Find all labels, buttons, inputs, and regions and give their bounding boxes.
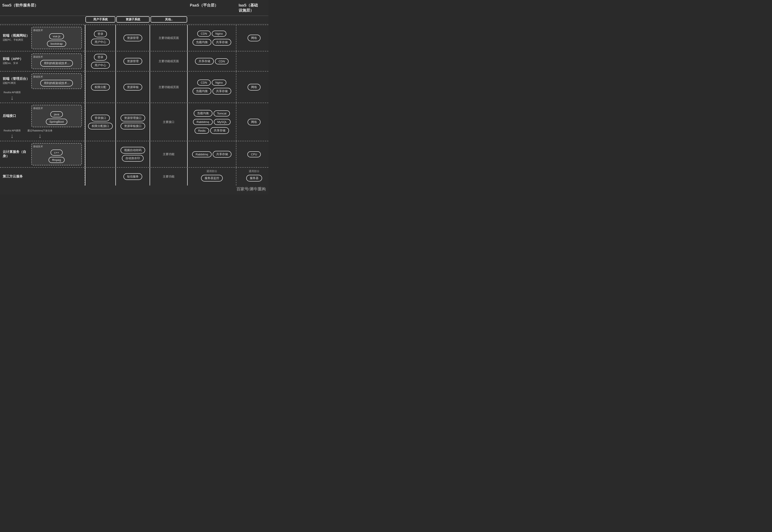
api-label-restful: Restful API调用 [4,91,21,94]
pill-cpu: CPU [247,151,260,157]
other-cell-frontend-video: 主要功能或页面 [150,25,188,51]
pill-network-3: 网络 [247,84,260,91]
pill-cdn-2: CDN [215,58,228,64]
paas-header: PaaS（平台层） [188,2,236,14]
col-sub-headers: 用户子系统 资源子系统 其他.. [0,16,268,24]
row-title-frontend-video: 前端（视频网站） [3,34,30,38]
row-frontend-admin: 前端（管理后台） 适配PC网页 基础技术 用到的框架或技术... Restful… [0,71,268,103]
pill-watermark: 自动加水印 [122,155,144,162]
other-text-1: 主要功能或页面 [158,36,179,40]
other-cell-cloud-compute: 主要功能 [150,141,188,167]
pill-ffmpeg: ffmpeg [49,157,65,163]
row-title-frontend-app: 前端（APP） [3,57,30,61]
other-text-5: 主要功能 [163,152,174,156]
pill-resource-mgmt-api: 资源管理接口 [120,115,145,121]
pill-resource-mgmt-2: 资源管理 [123,58,142,65]
pill-resource-mgmt-1: 资源管理 [123,35,142,41]
pill-login-2: 登录 [94,54,107,61]
pill-network-4: 网络 [247,119,260,125]
saas-cell-backend-api: 后端接口 基础技术 java SpringBoot Restful API调用 … [0,103,85,141]
pill-springboot: SpringBoot [46,119,67,125]
row-subtitle-frontend-admin: 适配PC网页 [3,81,30,85]
resource-cell-frontend-video: 资源管理 [116,25,150,51]
pill-login-1: 登录 [94,31,107,37]
other-text-6: 主要功能 [163,175,174,179]
paas-cell-frontend-admin: CDN Nginx 负载均衡 共享存储 [188,72,236,103]
pill-loadbalance-1: 负载均衡 [192,39,211,46]
paas-cell-cloud-compute: Rabbitmq 共享存储 [188,141,236,167]
other-text-2: 主要功能或页面 [158,59,179,63]
pill-java: java [50,111,63,117]
user-sys-header: 用户子系统 [85,16,115,23]
iaas-header: IaaS（基础设施层） [236,2,268,14]
paas-cell-backend-api: 负载均衡 Tomcat Rabbitmq MySQL Redis 共享存储 [188,103,236,141]
resource-cell-frontend-app: 资源管理 [116,51,150,71]
api-label-rabbitmq: 通过Rabbitmq下发任务 [27,129,53,132]
pill-rabbitmq-4: Rabbitmq [193,119,213,125]
row-cloud-compute: 云计算服务（自身） 基础技术 c++ ffmpeg 视频自动转码 自动加水印 主… [0,141,268,167]
tech-box-backend-api: 基础技术 java SpringBoot [31,105,82,127]
page-wrapper: SaaS（软件服务层） PaaS（平台层） IaaS（基础设施层） 用户子系统 … [0,0,268,194]
iaas-cell-frontend-app [236,51,268,71]
arrows-section-backend: Restful API调用 ↓ 通过Rabbitmq下发任务 ↓ [4,129,53,139]
user-cell-third-party [85,168,116,186]
pill-cdn-1: CDN [197,31,211,37]
pill-redis-4: Redis [194,128,209,134]
pill-nginx-3: Nginx [212,80,226,86]
pill-sms: 短信服务 [123,173,142,180]
paas-cell-frontend-app: 共享存储 CDN [188,51,236,71]
row-backend-api: 后端接口 基础技术 java SpringBoot Restful API调用 … [0,103,268,141]
pill-framework-admin: 用到的框架或技术... [40,80,73,87]
paas-cell-third-party: 通用部分 服务器监控 [188,168,236,186]
watermark: 百家号/犀牛重构 [236,186,266,192]
tech-box-frontend-video: 基础技术 vue.js bootstrap [31,27,82,49]
row-subtitle-frontend-app: 适配ios、安卓 [3,61,30,65]
pill-server-monitor: 服务器监控 [201,175,223,182]
user-cell-frontend-admin: 权限分配 [85,72,116,103]
row-subtitle-frontend-video: 适配PC、手机网页 [3,38,30,42]
pill-rabbitmq-5: Rabbitmq [192,151,212,157]
pill-sharedstorage-5: 共享存储 [213,151,231,158]
row-frontend-app: 前端（APP） 适配ios、安卓 基础技术 用到的框架或技术... 登录 用户中… [0,51,268,71]
iaas-common-label: 通用部分 [249,169,259,173]
saas-cell-frontend-video: 前端（视频网站） 适配PC、手机网页 基础技术 vue.js bootstrap [0,25,85,51]
row-title-third-party: 第三方云服务 [3,174,23,179]
iaas-cell-third-party: 通用部分 服务器 [236,168,268,186]
pill-permission-api: 权限分配接口 [88,123,113,129]
pill-cpp: c++ [51,150,63,156]
resource-cell-backend-api: 资源管理接口 资源审核接口 [116,103,150,141]
pill-sharedstorage-3: 共享存储 [212,88,231,95]
user-cell-frontend-app: 登录 用户中心 [85,51,116,71]
paas-cell-frontend-video: CDN Nginx 负载均衡 共享存储 [188,25,236,51]
resource-sys-header: 资源子系统 [116,16,150,23]
saas-cell-third-party: 第三方云服务 [0,168,85,186]
arrow-down-3: ↓ [38,133,42,139]
pill-video-transcode: 视频自动转码 [120,147,145,154]
iaas-cell-frontend-admin: 网络 [236,72,268,103]
pill-network-1: 网络 [247,35,260,41]
saas-cell-frontend-app: 前端（APP） 适配ios、安卓 基础技术 用到的框架或技术... [0,51,85,71]
api-arrow-section: Restful API调用 ↓ [4,90,21,101]
pill-tomcat: Tomcat [213,110,230,116]
other-text-4: 主要接口 [163,120,174,124]
pill-cdn-3: CDN [197,80,211,86]
pill-loadbalance-3: 负载均衡 [192,88,211,95]
pill-mysql-4: MySQL [214,119,230,125]
saas-cell-cloud-compute: 云计算服务（自身） 基础技术 c++ ffmpeg [0,141,85,167]
top-headers: SaaS（软件服务层） PaaS（平台层） IaaS（基础设施层） [0,0,268,16]
saas-header: SaaS（软件服务层） [0,2,188,14]
iaas-cell-frontend-video: 网络 [236,25,268,51]
user-cell-cloud-compute [85,141,116,167]
resource-cell-frontend-admin: 资源审核 [116,72,150,103]
pill-sharedstorage-2: 共享存储 [195,58,214,65]
pill-sharedstorage-4: 共享存储 [210,127,229,134]
other-cell-backend-api: 主要接口 [150,103,188,141]
other-text-3: 主要功能或页面 [158,85,179,89]
row-frontend-video: 前端（视频网站） 适配PC、手机网页 基础技术 vue.js bootstrap… [0,25,268,51]
arrow-down-2: ↓ [11,133,14,139]
resource-cell-cloud-compute: 视频自动转码 自动加水印 [116,141,150,167]
tech-box-cloud-compute: 基础技术 c++ ffmpeg [31,143,82,165]
pill-loadbalance-4: 负载均衡 [194,110,212,117]
pill-server: 服务器 [246,175,262,182]
api-label-restful-2: Restful API调用 [4,129,21,132]
